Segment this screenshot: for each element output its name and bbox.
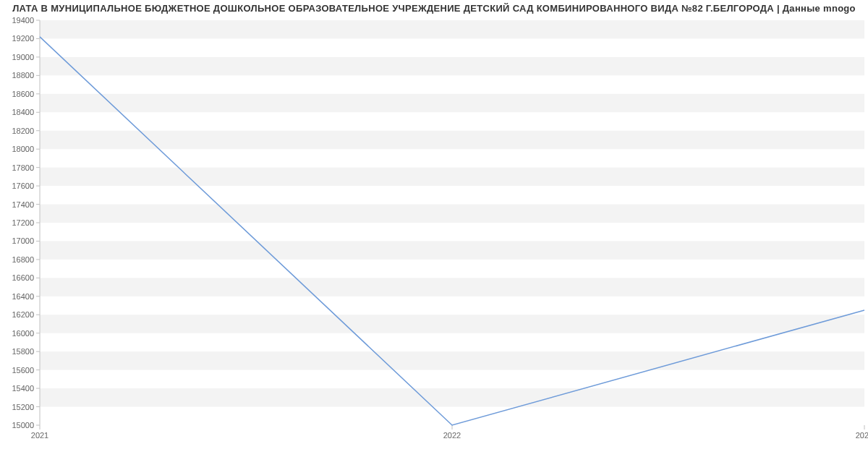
chart-container: ЛАТА В МУНИЦИПАЛЬНОЕ БЮДЖЕТНОЕ ДОШКОЛЬНО…: [0, 0, 868, 470]
chart-svg: 1500015200154001560015800160001620016400…: [40, 20, 864, 425]
grid-band: [40, 278, 864, 296]
x-tick-label: 2023: [856, 431, 868, 440]
y-tick-label: 19000: [12, 53, 34, 61]
y-tick-label: 16400: [12, 292, 34, 301]
y-tick-label: 16600: [12, 273, 34, 282]
y-tick-label: 15000: [12, 421, 34, 430]
grid-band: [40, 315, 864, 333]
grid-band: [40, 351, 864, 369]
grid-band: [40, 205, 864, 223]
chart-title: ЛАТА В МУНИЦИПАЛЬНОЕ БЮДЖЕТНОЕ ДОШКОЛЬНО…: [0, 3, 868, 14]
grid-band: [40, 131, 864, 149]
y-tick-label: 18800: [12, 71, 34, 80]
y-tick-label: 16200: [12, 310, 34, 319]
y-tick-label: 18400: [12, 108, 34, 116]
y-tick-label: 19200: [12, 34, 34, 43]
y-tick-label: 15600: [12, 366, 34, 375]
y-tick-label: 19400: [12, 16, 34, 25]
y-tick-label: 17200: [12, 218, 34, 227]
y-tick-label: 15800: [12, 347, 34, 356]
y-tick-label: 17400: [12, 200, 34, 209]
x-tick-label: 2022: [443, 431, 461, 440]
y-tick-label: 15200: [12, 403, 34, 411]
grid-band: [40, 94, 864, 112]
y-tick-label: 17600: [12, 181, 34, 190]
y-tick-label: 16000: [12, 329, 34, 338]
y-tick-label: 18000: [12, 145, 34, 153]
x-tick-label: 2021: [31, 431, 48, 440]
grid-band: [40, 20, 864, 38]
grid-band: [40, 388, 864, 406]
grid-band: [40, 57, 864, 75]
y-tick-label: 15400: [12, 384, 34, 393]
y-tick-label: 16800: [12, 255, 34, 264]
plot-area: 1500015200154001560015800160001620016400…: [40, 20, 864, 425]
y-tick-label: 17000: [12, 236, 34, 245]
y-tick-label: 18200: [12, 127, 34, 135]
y-tick-label: 18600: [12, 90, 34, 98]
y-tick-label: 17800: [12, 163, 34, 172]
grid-band: [40, 168, 864, 186]
grid-band: [40, 241, 864, 259]
